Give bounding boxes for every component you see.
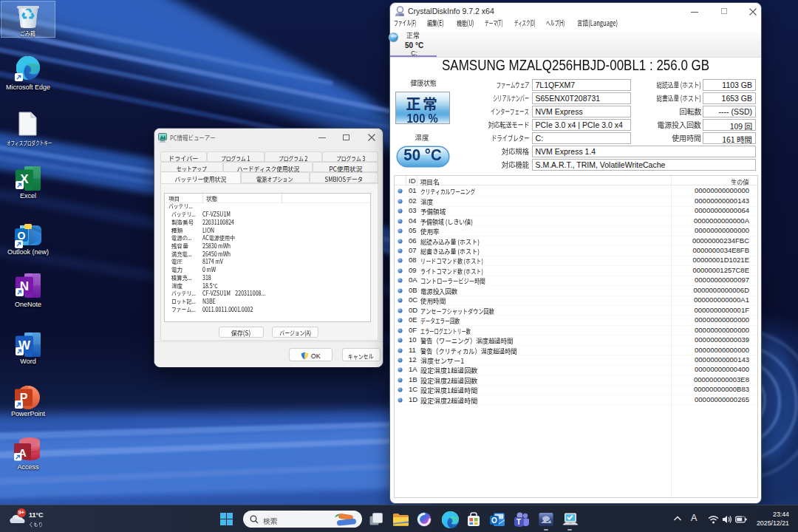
svg-text:T: T — [516, 518, 521, 526]
svg-text:O: O — [491, 516, 497, 525]
